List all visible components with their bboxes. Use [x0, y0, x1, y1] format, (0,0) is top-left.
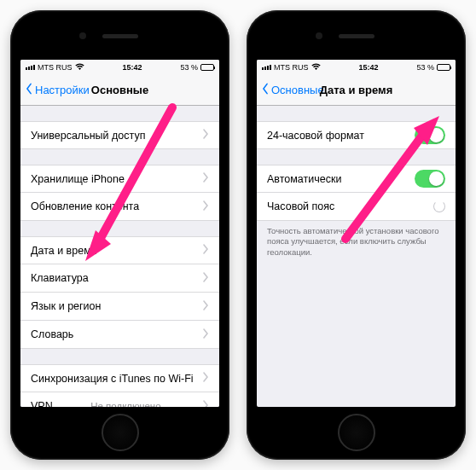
phone-left: MTS RUS 15:42 53 % Настройки Основные Ун… [10, 10, 229, 460]
row-label: Хранилище iPhone [31, 173, 125, 185]
chevron-right-icon [202, 244, 209, 257]
chevron-right-icon [202, 372, 209, 385]
screen-general: MTS RUS 15:42 53 % Настройки Основные Ун… [20, 60, 219, 407]
home-button[interactable] [338, 414, 375, 451]
row-label: Автоматически [267, 173, 341, 185]
phone-speaker [339, 34, 374, 38]
row-label: Универсальный доступ [31, 130, 145, 142]
row-label: Синхронизация с iTunes по Wi-Fi [31, 373, 194, 385]
loading-spinner-icon [433, 200, 445, 212]
carrier-label: MTS RUS [274, 63, 309, 72]
wifi-icon [311, 63, 321, 72]
row-dictionary[interactable]: Словарь [20, 321, 219, 349]
row-date-time[interactable]: Дата и время [20, 236, 219, 264]
chevron-right-icon [202, 272, 209, 285]
carrier-label: MTS RUS [38, 63, 73, 72]
chevron-right-icon [202, 129, 209, 142]
phone-camera [79, 32, 86, 39]
chevron-right-icon [202, 400, 209, 408]
toggle-automatic[interactable] [415, 170, 445, 188]
status-time: 15:42 [122, 63, 142, 72]
row-label: Язык и регион [31, 300, 101, 312]
row-storage[interactable]: Хранилище iPhone [20, 165, 219, 193]
row-label: VPN [31, 400, 53, 407]
row-keyboard[interactable]: Клавиатура [20, 264, 219, 293]
row-label: Обновление контента [31, 200, 139, 212]
signal-icon [26, 65, 35, 70]
phone-camera [316, 32, 322, 39]
battery-percent: 53 % [180, 63, 198, 72]
row-background-refresh[interactable]: Обновление контента [20, 193, 219, 221]
row-label: Дата и время [31, 245, 97, 257]
back-label: Основные [271, 84, 324, 96]
back-button[interactable]: Основные [257, 83, 324, 97]
chevron-right-icon [202, 172, 209, 185]
row-set-automatically[interactable]: Автоматически [257, 165, 456, 193]
row-language-region[interactable]: Язык и регион [20, 293, 219, 321]
row-24h-format[interactable]: 24-часовой формат [257, 121, 456, 149]
row-label: 24-часовой формат [267, 130, 364, 142]
row-label: Клавиатура [31, 272, 89, 284]
navbar: Основные Дата и время [257, 75, 456, 106]
screen-date-time: MTS RUS 15:42 53 % Основные Дата и время… [257, 60, 456, 407]
row-timezone[interactable]: Часовой пояс [257, 193, 456, 221]
navbar: Настройки Основные [20, 75, 219, 106]
status-bar: MTS RUS 15:42 53 % [20, 60, 219, 75]
chevron-left-icon [24, 83, 34, 97]
row-accessibility[interactable]: Универсальный доступ [20, 121, 219, 149]
chevron-left-icon [260, 83, 270, 97]
row-label: Часовой пояс [267, 200, 334, 212]
chevron-right-icon [202, 328, 209, 341]
chevron-right-icon [202, 200, 209, 213]
row-itunes-wifi-sync[interactable]: Синхронизация с iTunes по Wi-Fi [20, 364, 219, 392]
home-button[interactable] [102, 414, 139, 451]
battery-icon [200, 64, 214, 71]
settings-list: 24-часовой формат Автоматически Часовой … [257, 106, 456, 407]
settings-list: Универсальный доступ Хранилище iPhone Об… [20, 106, 219, 407]
row-label: Словарь [31, 328, 73, 340]
footer-note: Точность автоматической установки часово… [257, 221, 456, 258]
battery-percent: 53 % [416, 63, 434, 72]
toggle-24h[interactable] [415, 126, 445, 144]
back-label: Настройки [35, 84, 90, 96]
back-button[interactable]: Настройки [20, 83, 90, 97]
phone-right: MTS RUS 15:42 53 % Основные Дата и время… [247, 10, 466, 460]
vpn-status: Не подключено [90, 401, 164, 407]
signal-icon [262, 65, 271, 70]
wifi-icon [75, 63, 84, 72]
phone-speaker [102, 34, 138, 38]
chevron-right-icon [202, 300, 209, 313]
status-time: 15:42 [358, 63, 378, 72]
status-bar: MTS RUS 15:42 53 % [257, 60, 456, 75]
row-vpn[interactable]: VPN Не подключено [20, 392, 219, 407]
battery-icon [437, 64, 450, 71]
